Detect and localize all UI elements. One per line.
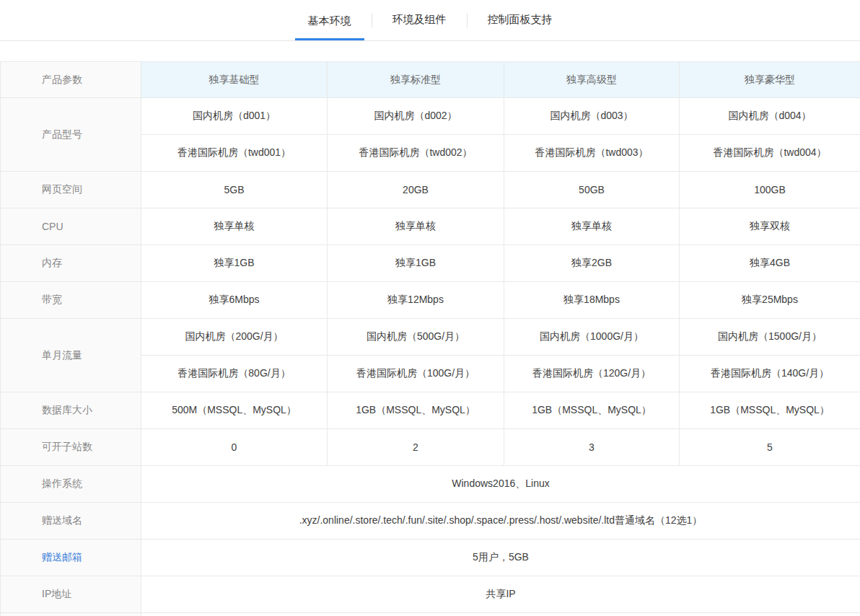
spec-cell: 独享18Mbps: [504, 282, 680, 319]
table-row-ip: IP地址 共享IP: [1, 576, 860, 613]
spec-cell: 香港国际机房（140G/月）: [680, 356, 860, 392]
row-label-traffic: 单月流量: [1, 319, 141, 392]
tab-divider: [372, 13, 372, 27]
tab-basic-environment[interactable]: 基本环境: [295, 0, 364, 40]
tab-group: 基本环境 环境及组件 控制面板支持: [288, 0, 573, 40]
spec-cell: 100GB: [680, 172, 860, 208]
spec-cell: 5: [680, 429, 860, 466]
table-row-mailbox: 赠送邮箱 5用户，5GB: [1, 540, 860, 576]
spec-cell: 独享单核: [328, 208, 504, 245]
row-label-subsites: 可开子站数: [1, 429, 141, 466]
table-row-webspace: 网页空间 5GB 20GB 50GB 100GB: [1, 172, 860, 208]
tab-divider: [467, 13, 468, 27]
spec-cell-span: .xyz/.online/.store/.tech/.fun/.site/.sh…: [141, 503, 860, 540]
spec-cell: 香港国际机房（120G/月）: [504, 356, 680, 392]
product-spec-table: 产品参数 独享基础型 独享标准型 独享高级型 独享豪华型 产品型号 国内机房（d…: [0, 61, 860, 616]
row-label-model: 产品型号: [1, 98, 141, 172]
row-label-webspace: 网页空间: [1, 172, 141, 208]
plan-header-deluxe: 独享豪华型: [680, 62, 860, 98]
spec-cell: 国内机房（d004）: [680, 98, 860, 135]
row-label-ip: IP地址: [1, 576, 141, 613]
spec-cell-span: [141, 613, 860, 616]
table-row-database: 数据库大小 500M（MSSQL、MySQL） 1GB（MSSQL、MySQL）…: [1, 392, 860, 429]
spec-cell: 独享1GB: [328, 245, 504, 282]
spec-cell-span: Windows2016、Linux: [141, 466, 860, 503]
plan-header-basic: 独享基础型: [141, 62, 328, 98]
spec-cell: 20GB: [328, 172, 504, 208]
spec-cell: 国内机房（d003）: [504, 98, 680, 135]
spec-cell-span: 5用户，5GB: [141, 540, 860, 576]
spec-cell: 5GB: [141, 172, 328, 208]
spec-cell: 500M（MSSQL、MySQL）: [141, 392, 328, 429]
table-row-subsites: 可开子站数 0 2 3 5: [1, 429, 860, 466]
row-label-cpu: CPU: [1, 208, 141, 245]
spec-cell: 国内机房（1000G/月）: [504, 319, 680, 356]
spec-cell: 国内机房（1500G/月）: [680, 319, 860, 356]
tab-control-panel-support[interactable]: 控制面板支持: [475, 0, 566, 40]
table-row-domain: 赠送域名 .xyz/.online/.store/.tech/.fun/.sit…: [1, 503, 860, 540]
plan-header-advanced: 独享高级型: [504, 62, 680, 98]
spec-cell-span: 共享IP: [141, 576, 860, 613]
table-row-os: 操作系统 Windows2016、Linux: [1, 466, 860, 503]
spec-cell: 独享12Mbps: [328, 282, 504, 319]
table-row-bandwidth: 带宽 独享6Mbps 独享12Mbps 独享18Mbps 独享25Mbps: [1, 282, 860, 319]
spec-cell: 0: [141, 429, 328, 466]
tab-bar: 基本环境 环境及组件 控制面板支持: [0, 0, 860, 41]
row-label-domain: 赠送域名: [1, 503, 141, 540]
spec-cell: 香港国际机房（twd002）: [328, 135, 504, 172]
spec-cell: 独享2GB: [504, 245, 680, 282]
table-row-model-domestic: 产品型号 国内机房（d001） 国内机房（d002） 国内机房（d003） 国内…: [1, 98, 860, 135]
spec-cell: 独享单核: [504, 208, 680, 245]
table-row-traffic-domestic: 单月流量 国内机房（200G/月） 国内机房（500G/月） 国内机房（1000…: [1, 319, 860, 356]
spec-cell: 1GB（MSSQL、MySQL）: [504, 392, 680, 429]
table-row-cpu: CPU 独享单核 独享单核 独享单核 独享双核: [1, 208, 860, 245]
spec-cell: 独享4GB: [680, 245, 860, 282]
row-label-partial: [1, 613, 141, 616]
table-header-row: 产品参数 独享基础型 独享标准型 独享高级型 独享豪华型: [1, 62, 860, 98]
spec-cell: 独享25Mbps: [680, 282, 860, 319]
table-row-partial: [1, 613, 860, 616]
spec-cell: 香港国际机房（twd003）: [504, 135, 680, 172]
spec-cell: 独享1GB: [141, 245, 328, 282]
row-label-bandwidth: 带宽: [1, 282, 141, 319]
spec-cell: 3: [504, 429, 680, 466]
spec-cell: 香港国际机房（twd001）: [141, 135, 328, 172]
spec-cell: 独享双核: [680, 208, 860, 245]
spec-cell: 50GB: [504, 172, 680, 208]
table-row-memory: 内存 独享1GB 独享1GB 独享2GB 独享4GB: [1, 245, 860, 282]
spec-cell: 1GB（MSSQL、MySQL）: [328, 392, 504, 429]
spec-cell: 独享6Mbps: [141, 282, 328, 319]
row-label-os: 操作系统: [1, 466, 141, 503]
plan-header-standard: 独享标准型: [328, 62, 504, 98]
param-header-cell: 产品参数: [1, 62, 141, 98]
row-label-database: 数据库大小: [1, 392, 141, 429]
row-label-memory: 内存: [1, 245, 141, 282]
tab-environment-components[interactable]: 环境及组件: [379, 0, 460, 40]
spec-cell: 国内机房（200G/月）: [141, 319, 328, 356]
spec-cell: 香港国际机房（80G/月）: [141, 356, 328, 392]
mailbox-link[interactable]: 赠送邮箱: [1, 540, 141, 576]
spec-cell: 国内机房（500G/月）: [328, 319, 504, 356]
spec-cell: 香港国际机房（twd004）: [680, 135, 860, 172]
spec-cell: 2: [328, 429, 504, 466]
spec-cell: 国内机房（d001）: [141, 98, 328, 135]
spec-cell: 独享单核: [141, 208, 328, 245]
spec-cell: 香港国际机房（100G/月）: [328, 356, 504, 392]
spec-cell: 国内机房（d002）: [328, 98, 504, 135]
spec-cell: 1GB（MSSQL、MySQL）: [680, 392, 860, 429]
